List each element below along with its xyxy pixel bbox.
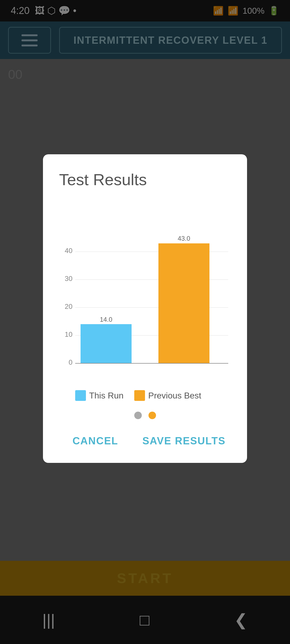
svg-text:30: 30 xyxy=(65,275,73,283)
legend-previous-best-label: Previous Best xyxy=(148,391,201,401)
chart-svg: 0 10 20 30 40 14.0 xyxy=(59,200,231,387)
svg-text:0: 0 xyxy=(69,358,73,366)
legend-this-run: This Run xyxy=(75,390,124,401)
this-run-bar xyxy=(81,324,132,363)
test-results-dialog: Test Results 0 10 20 xyxy=(43,154,247,463)
bar-chart: 0 10 20 30 40 14.0 xyxy=(59,200,231,387)
dialog-actions: CANCEL SAVE RESULTS xyxy=(59,433,231,449)
legend-previous-best: Previous Best xyxy=(134,390,201,401)
legend-previous-best-color xyxy=(134,390,145,401)
cancel-button[interactable]: CANCEL xyxy=(67,433,124,449)
dialog-title: Test Results xyxy=(59,170,231,189)
modal-overlay: Test Results 0 10 20 xyxy=(0,0,290,644)
svg-text:43.0: 43.0 xyxy=(178,235,190,242)
svg-text:10: 10 xyxy=(65,330,73,338)
pagination-dots xyxy=(59,412,231,419)
legend-this-run-label: This Run xyxy=(89,391,124,401)
previous-best-bar xyxy=(158,243,209,363)
svg-text:40: 40 xyxy=(65,247,73,255)
save-results-button[interactable]: SAVE RESULTS xyxy=(137,433,231,449)
svg-text:14.0: 14.0 xyxy=(100,316,113,323)
svg-text:20: 20 xyxy=(65,302,73,310)
dot-2[interactable] xyxy=(148,412,156,419)
legend-this-run-color xyxy=(75,390,86,401)
dot-1[interactable] xyxy=(134,412,142,419)
chart-legend: This Run Previous Best xyxy=(75,390,231,401)
